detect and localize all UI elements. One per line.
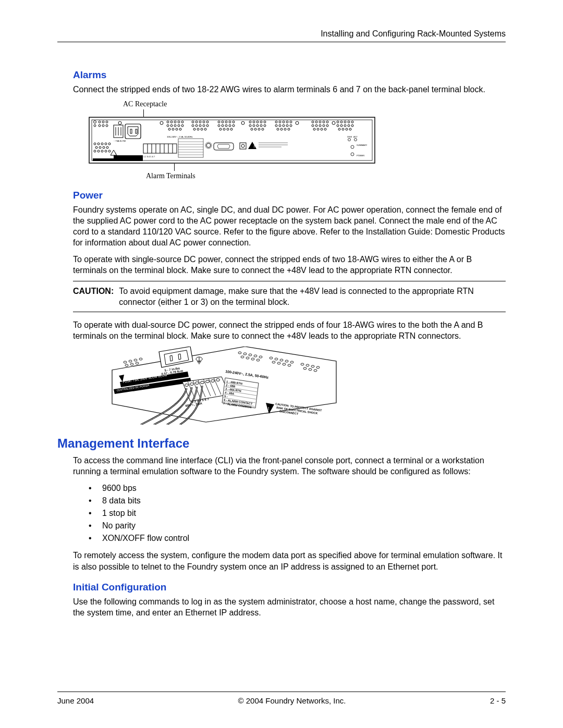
list-item: XON/XOFF flow control <box>73 532 506 545</box>
footer-date: June 2004 <box>57 696 94 705</box>
svg-rect-143 <box>178 139 203 157</box>
list-item: No parity <box>73 520 506 532</box>
dc-wiring-diagram: FUSE: T3A, 250V SLOW BLOW SEE PRODUCT MA… <box>109 347 339 425</box>
svg-rect-170 <box>93 158 143 161</box>
svg-rect-169 <box>114 155 143 158</box>
back-panel-diagram: ! ! <box>89 117 375 164</box>
list-item: 9600 bps <box>73 482 506 495</box>
svg-text:5 -: 5 - <box>224 394 228 398</box>
initcfg-body: Use the following commands to log in as … <box>73 596 506 618</box>
figure1-caption-alarm: Alarm Terminals <box>146 172 506 180</box>
footer-page-number: 2 - 5 <box>490 696 506 705</box>
svg-text:POWER: POWER <box>357 154 364 157</box>
page: Installing and Configuring Rack-Mounted … <box>0 0 563 728</box>
page-footer: June 2004 © 2004 Foundry Networks, Inc. … <box>57 688 506 706</box>
mgmt-settings-list: 9600 bps 8 data bits 1 stop bit No parit… <box>73 482 506 545</box>
power-p1: Foundry systems operate on AC, single DC… <box>73 204 506 248</box>
svg-text:DISK: DISK <box>347 135 352 138</box>
svg-point-222 <box>190 383 194 386</box>
svg-point-176 <box>130 363 133 365</box>
svg-point-171 <box>124 361 127 363</box>
svg-point-174 <box>139 358 142 360</box>
figure-back-panel: AC Receptacle <box>89 100 506 180</box>
caution-body: To avoid equipment damage, make sure tha… <box>119 286 506 307</box>
power-p2: To operate with single-source DC power, … <box>73 254 506 276</box>
caution-label: CAUTION: <box>73 286 119 307</box>
svg-text:!: ! <box>254 144 255 149</box>
svg-point-172 <box>129 360 132 362</box>
alarms-body: Connect the stripped ends of two 18-22 A… <box>73 84 506 95</box>
heading-alarms: Alarms <box>73 69 506 81</box>
svg-point-221 <box>185 384 189 387</box>
mgmt-after: To remotely access the system, configure… <box>73 550 506 572</box>
svg-text:ACT: ACT <box>353 135 358 138</box>
svg-point-175 <box>125 364 128 366</box>
list-item: 1 stop bit <box>73 507 506 520</box>
svg-text:!: ! <box>268 406 270 411</box>
svg-text:~ T3A SLOW: ~ T3A SLOW <box>114 140 126 142</box>
svg-point-173 <box>134 359 137 361</box>
figure1-leader-line-bottom <box>174 164 175 171</box>
mgmt-intro: To access the command line interface (CL… <box>73 455 506 477</box>
svg-rect-152 <box>240 143 246 149</box>
page-content: Alarms Connect the stripped ends of two … <box>57 42 506 618</box>
running-header: Installing and Configuring Rack-Mounted … <box>57 29 506 39</box>
figure-dc-wiring: FUSE: T3A, 250V SLOW BLOW SEE PRODUCT MA… <box>109 347 506 427</box>
list-item: 8 data bits <box>73 495 506 507</box>
svg-text:SUMMARY: SUMMARY <box>357 144 368 146</box>
svg-point-223 <box>195 382 199 385</box>
caution-block: CAUTION: To avoid equipment damage, make… <box>73 281 506 312</box>
svg-point-225 <box>206 380 210 383</box>
power-p3: To operate with dual-source DC power, co… <box>73 319 506 341</box>
svg-text:100-240V~, 2.5A, 50-60Hz: 100-240V~, 2.5A, 50-60Hz <box>167 135 193 138</box>
figure1-leader-line-top <box>143 109 144 117</box>
svg-point-227 <box>216 379 220 381</box>
heading-power: Power <box>73 190 506 201</box>
svg-point-226 <box>211 380 215 382</box>
heading-initial-config: Initial Configuration <box>73 582 506 593</box>
svg-text:1  2  3  4  5  6  7: 1 2 3 4 5 6 7 <box>143 155 155 158</box>
figure1-caption-ac: AC Receptacle <box>123 100 506 108</box>
heading-management-interface: Management Interface <box>57 436 506 451</box>
svg-point-224 <box>201 381 204 384</box>
footer-copyright: © 2004 Foundry Networks, Inc. <box>238 696 346 705</box>
svg-point-177 <box>136 362 139 364</box>
